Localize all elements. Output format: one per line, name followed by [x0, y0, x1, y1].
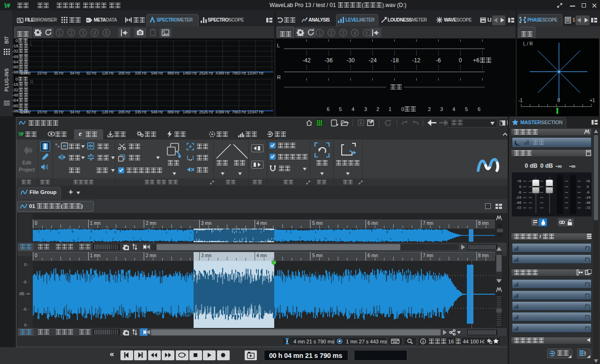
svg-text:+6: +6	[585, 179, 590, 183]
svg-text:3: 3	[342, 30, 345, 36]
svg-text:+6: +6	[517, 179, 522, 183]
svg-text:5: 5	[365, 30, 368, 36]
svg-text:0: 0	[519, 185, 522, 189]
svg-text:-24: -24	[585, 195, 591, 200]
svg-text:4: 4	[353, 30, 356, 36]
svg-text:-6: -6	[586, 190, 590, 194]
svg-text:-48: -48	[585, 201, 591, 205]
svg-text:1: 1	[318, 30, 321, 36]
svg-text:-48: -48	[516, 201, 521, 205]
svg-text:-72: -72	[585, 206, 591, 210]
svg-text:-6: -6	[518, 190, 522, 194]
svg-text:-72: -72	[516, 206, 521, 210]
svg-text:2: 2	[330, 30, 333, 36]
svg-text:0: 0	[587, 185, 589, 189]
svg-text:-24: -24	[516, 195, 521, 200]
